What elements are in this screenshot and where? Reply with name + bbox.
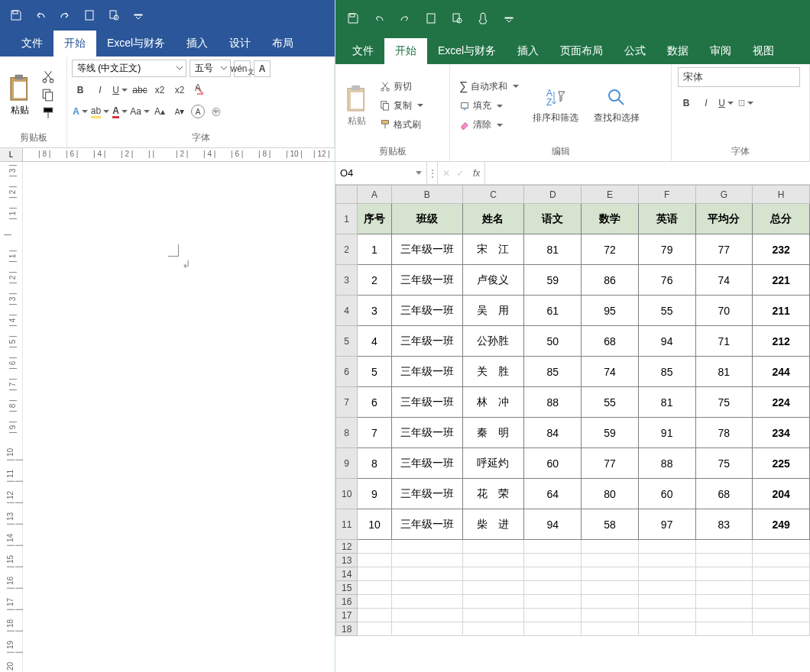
empty-cell[interactable]	[753, 540, 810, 554]
row-header-13[interactable]: 13	[336, 554, 358, 567]
row-header-6[interactable]: 6	[336, 357, 358, 387]
excel-new-icon[interactable]	[421, 8, 441, 28]
empty-cell[interactable]	[358, 622, 391, 636]
name-box[interactable]: O4	[335, 162, 427, 185]
empty-cell[interactable]	[462, 609, 524, 622]
col-header-D[interactable]: D	[524, 186, 582, 204]
row-header-3[interactable]: 3	[336, 265, 358, 296]
table-cell[interactable]: 81	[695, 357, 753, 387]
table-cell[interactable]: 花 荣	[462, 479, 524, 509]
table-cell[interactable]: 3	[358, 296, 391, 326]
table-cell[interactable]: 60	[638, 479, 695, 509]
empty-cell[interactable]	[462, 622, 524, 636]
table-cell[interactable]: 10	[358, 509, 391, 540]
excel-tab-formulas[interactable]: 公式	[614, 38, 656, 64]
excel-grid[interactable]: ABCDEFGH1序号班级姓名语文数学英语平均分总分21三年级一班宋 江8172…	[335, 185, 810, 672]
table-header-cell[interactable]: 英语	[638, 204, 695, 234]
new-doc-icon[interactable]	[79, 5, 99, 25]
empty-cell[interactable]	[358, 609, 391, 622]
empty-cell[interactable]	[524, 581, 582, 595]
empty-cell[interactable]	[638, 540, 695, 554]
fill-button[interactable]: 填充	[456, 98, 522, 114]
table-cell[interactable]: 柴 进	[462, 509, 524, 540]
table-cell[interactable]: 84	[524, 418, 582, 448]
tab-home[interactable]: 开始	[53, 31, 96, 57]
empty-cell[interactable]	[462, 567, 524, 581]
table-cell[interactable]: 秦 明	[462, 418, 524, 448]
table-cell[interactable]: 7	[358, 418, 391, 448]
table-cell[interactable]: 77	[695, 234, 753, 265]
table-cell[interactable]: 68	[695, 479, 753, 509]
qat-more-icon[interactable]	[128, 5, 148, 25]
col-header-G[interactable]: G	[695, 186, 753, 204]
table-cell[interactable]: 221	[753, 265, 810, 296]
empty-cell[interactable]	[582, 609, 639, 622]
row-header-2[interactable]: 2	[336, 234, 358, 265]
table-cell[interactable]: 225	[753, 448, 810, 479]
table-cell[interactable]: 55	[638, 296, 695, 326]
col-header-H[interactable]: H	[753, 186, 810, 204]
excel-font-name-select[interactable]: 宋体	[678, 67, 800, 87]
table-cell[interactable]: 85	[638, 357, 695, 387]
table-cell[interactable]: 4	[358, 326, 391, 357]
italic-button[interactable]: I	[92, 82, 109, 99]
table-cell[interactable]: 224	[753, 387, 810, 418]
empty-cell[interactable]	[638, 609, 695, 622]
excel-tab-insert[interactable]: 插入	[507, 38, 549, 64]
table-cell[interactable]: 204	[753, 479, 810, 509]
clear-formatting-button[interactable]: A	[191, 82, 208, 99]
sort-filter-button[interactable]: AZ 排序和筛选	[528, 84, 583, 128]
formula-input[interactable]	[484, 162, 810, 185]
excel-border-button[interactable]	[737, 95, 754, 111]
excel-tab-data[interactable]: 数据	[656, 38, 699, 64]
empty-cell[interactable]	[582, 554, 639, 567]
table-cell[interactable]: 94	[638, 326, 695, 357]
empty-cell[interactable]	[753, 581, 810, 595]
excel-paste-button[interactable]: 粘贴	[342, 81, 372, 131]
excel-tab-review[interactable]: 审阅	[699, 38, 742, 64]
row-header-8[interactable]: 8	[336, 418, 358, 448]
empty-cell[interactable]	[695, 595, 753, 609]
excel-tab-view[interactable]: 视图	[742, 38, 785, 64]
table-cell[interactable]: 三年级一班	[391, 357, 462, 387]
table-cell[interactable]: 卢俊义	[462, 265, 524, 296]
table-cell[interactable]: 三年级一班	[391, 234, 462, 265]
bold-button[interactable]: B	[72, 82, 89, 99]
text-effects-button[interactable]: A	[72, 103, 89, 120]
empty-cell[interactable]	[391, 622, 462, 636]
empty-cell[interactable]	[462, 540, 524, 554]
word-document-area[interactable]: | 3 || 2 || 1 ||| 1 || 2 || 3 || 4 || 5 …	[0, 162, 335, 672]
highlight-color-button[interactable]: ab	[92, 103, 109, 120]
table-header-cell[interactable]: 语文	[524, 204, 582, 234]
word-vertical-ruler[interactable]: | 3 || 2 || 1 ||| 1 || 2 || 3 || 4 || 5 …	[0, 162, 23, 672]
cut-button[interactable]: 剪切	[377, 79, 426, 95]
copy-button[interactable]: 复制	[377, 98, 426, 114]
table-cell[interactable]: 80	[582, 479, 639, 509]
col-header-F[interactable]: F	[638, 186, 695, 204]
row-header-12[interactable]: 12	[336, 540, 358, 554]
font-color-button[interactable]: A	[112, 103, 128, 120]
table-header-cell[interactable]: 数学	[582, 204, 639, 234]
namebox-expand-icon[interactable]: ⋮	[427, 162, 438, 185]
excel-qat-more-icon[interactable]	[499, 8, 519, 28]
cut-icon[interactable]	[41, 69, 55, 83]
table-cell[interactable]: 林 冲	[462, 387, 524, 418]
empty-cell[interactable]	[524, 595, 582, 609]
table-cell[interactable]: 81	[638, 387, 695, 418]
table-cell[interactable]: 61	[524, 296, 582, 326]
empty-cell[interactable]	[638, 622, 695, 636]
table-cell[interactable]: 94	[524, 509, 582, 540]
table-cell[interactable]: 74	[582, 357, 639, 387]
word-horizontal-ruler[interactable]: L | 8 || 6 || 4 || 2 || || 2 || 4 || 6 |…	[0, 148, 335, 162]
table-cell[interactable]: 234	[753, 418, 810, 448]
table-cell[interactable]: 三年级一班	[391, 296, 462, 326]
character-border-button[interactable]: A	[254, 60, 271, 77]
table-header-cell[interactable]: 序号	[358, 204, 391, 234]
decrease-font-button[interactable]: A▾	[171, 103, 188, 120]
tab-excel-finance[interactable]: Excel与财务	[96, 31, 176, 57]
table-cell[interactable]: 77	[582, 448, 639, 479]
table-header-cell[interactable]: 总分	[753, 204, 810, 234]
excel-tab-file[interactable]: 文件	[342, 38, 384, 64]
ruler-corner[interactable]: L	[0, 148, 23, 161]
superscript-button[interactable]: x2	[171, 82, 188, 99]
